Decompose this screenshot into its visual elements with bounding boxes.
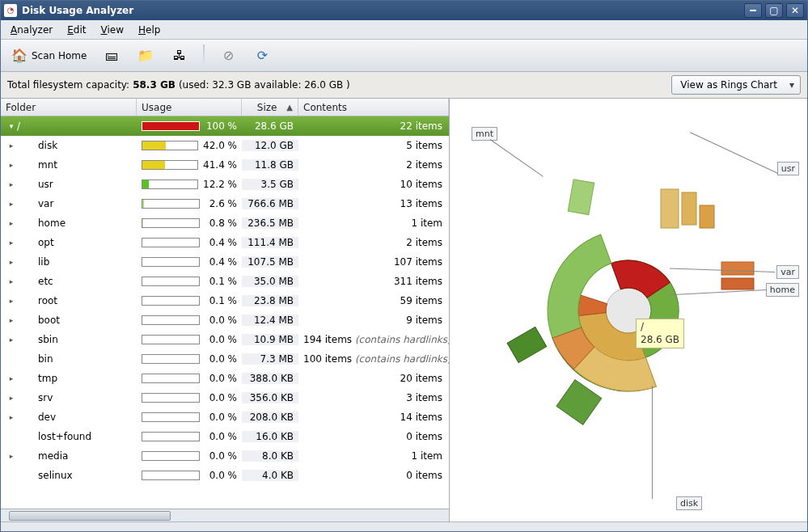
chart-pane[interactable]: mnt usr var home disk / 28.6 GB <box>450 99 807 521</box>
table-row[interactable]: bin0.0 %7.3 MB100 items (contains hardli… <box>1 349 449 369</box>
close-button[interactable]: ✕ <box>786 3 804 18</box>
folder-name: srv <box>38 392 53 403</box>
folder-name: sbin <box>38 334 58 345</box>
expander-icon[interactable]: ▸ <box>6 180 17 188</box>
content-area: Folder Usage Size ▲ Contents ▾/100 %28.6… <box>1 98 807 521</box>
size-value: 107.5 MB <box>242 256 298 268</box>
table-row[interactable]: ▸etc0.1 %35.0 MB311 items <box>1 272 449 291</box>
size-value: 208.0 KB <box>242 412 298 423</box>
view-mode-dropdown[interactable]: View as Rings Chart <box>671 75 801 95</box>
contents-value: 2 items <box>298 159 449 171</box>
usage-pct: 0.0 % <box>205 392 237 403</box>
expander-icon[interactable]: ▸ <box>6 258 17 266</box>
scrollbar-thumb[interactable] <box>9 511 171 521</box>
expander-icon[interactable]: ▸ <box>6 141 17 150</box>
menu-view[interactable]: View <box>94 23 129 37</box>
table-row[interactable]: ▸usr12.2 %3.5 GB10 items <box>1 175 449 194</box>
menu-help[interactable]: Help <box>132 23 167 37</box>
expander-icon[interactable]: ▸ <box>6 452 17 460</box>
table-row[interactable]: ▸lib0.4 %107.5 MB107 items <box>1 252 449 272</box>
table-row[interactable]: ▸home0.8 %236.5 MB1 item <box>1 213 449 233</box>
usage-pct: 0.0 % <box>205 470 237 481</box>
svg-rect-7 <box>721 278 754 289</box>
col-folder[interactable]: Folder <box>1 99 137 116</box>
table-row[interactable]: ▸var2.6 %766.6 MB13 items <box>1 194 449 213</box>
rings-chart[interactable] <box>483 165 774 456</box>
size-value: 12.0 GB <box>242 140 298 151</box>
usage-pct: 41.4 % <box>203 159 237 171</box>
scan-filesystem-button[interactable]: 🖴 <box>98 44 125 68</box>
col-contents[interactable]: Contents <box>298 99 449 116</box>
expander-icon[interactable]: ▸ <box>6 239 17 247</box>
table-row[interactable]: selinux0.0 %4.0 KB0 items <box>1 466 449 485</box>
table-row[interactable]: ▸media0.0 %8.0 KB1 item <box>1 446 449 466</box>
table-row[interactable]: ▸mnt41.4 %11.8 GB2 items <box>1 155 449 175</box>
expander-icon[interactable]: ▸ <box>6 394 17 402</box>
size-value: 11.8 GB <box>242 159 298 171</box>
expander-icon[interactable]: ▸ <box>6 316 17 324</box>
table-row[interactable]: lost+found0.0 %16.0 KB0 items <box>1 427 449 446</box>
contents-value: 10 items <box>298 179 449 190</box>
expander-icon[interactable]: ▸ <box>6 277 17 285</box>
size-value: 388.0 KB <box>242 373 298 384</box>
chart-label-mnt: mnt <box>472 127 497 141</box>
usage-pct: 42.0 % <box>203 140 237 151</box>
expander-icon[interactable]: ▸ <box>6 219 17 227</box>
expander-icon[interactable]: ▸ <box>6 336 17 344</box>
capacity-suffix: (used: 32.3 GB available: 26.0 GB ) <box>179 79 350 91</box>
table-row[interactable]: ▸tmp0.0 %388.0 KB20 items <box>1 369 449 388</box>
usage-pct: 0.0 % <box>205 353 237 365</box>
table-row[interactable]: ▸srv0.0 %356.0 KB3 items <box>1 388 449 407</box>
table-row[interactable]: ▸opt0.4 %111.4 MB2 items <box>1 233 449 252</box>
usage-pct: 0.0 % <box>205 412 237 423</box>
horizontal-scrollbar[interactable] <box>1 509 449 521</box>
col-size[interactable]: Size ▲ <box>242 99 298 116</box>
expander-icon[interactable]: ▸ <box>6 200 17 208</box>
scan-folder-button[interactable]: 📁 <box>132 44 159 68</box>
minimize-button[interactable]: ━ <box>744 3 762 18</box>
chart-label-var: var <box>776 265 799 279</box>
table-row[interactable]: ▸dev0.0 %208.0 KB14 items <box>1 407 449 427</box>
svg-rect-4 <box>682 192 696 225</box>
usage-bar <box>142 218 200 228</box>
table-row[interactable]: ▸root0.1 %23.8 MB59 items <box>1 291 449 310</box>
table-row[interactable]: ▸boot0.0 %12.4 MB9 items <box>1 310 449 330</box>
folder-name: mnt <box>38 159 57 171</box>
svg-rect-2 <box>568 179 594 214</box>
usage-pct: 0.4 % <box>205 256 237 268</box>
home-icon: 🏠 <box>11 47 28 65</box>
expander-icon[interactable]: ▸ <box>6 413 17 421</box>
expander-icon[interactable]: ▸ <box>6 374 17 382</box>
contents-value: 59 items <box>298 295 449 306</box>
usage-bar <box>142 354 200 364</box>
toolbar: 🏠 Scan Home 🖴 📁 🖧 ⊘ ⟳ <box>1 40 807 72</box>
refresh-button[interactable]: ⟳ <box>248 44 276 68</box>
menu-analyzer[interactable]: Analyzer <box>4 23 59 37</box>
titlebar[interactable]: ◔ Disk Usage Analyzer ━ ▢ ✕ <box>1 1 807 20</box>
expander-icon[interactable]: ▸ <box>6 297 17 305</box>
scan-home-button[interactable]: 🏠 Scan Home <box>6 44 91 68</box>
contents-value: 0 items <box>298 470 449 481</box>
contents-value: 3 items <box>298 392 449 403</box>
usage-bar <box>142 374 200 383</box>
window-controls: ━ ▢ ✕ <box>744 3 804 18</box>
maximize-button[interactable]: ▢ <box>765 3 783 18</box>
usage-pct: 0.1 % <box>205 276 237 287</box>
usage-bar <box>142 412 200 422</box>
scan-remote-button[interactable]: 🖧 <box>166 44 193 68</box>
stop-button[interactable]: ⊘ <box>214 44 242 68</box>
app-icon: ◔ <box>4 4 17 17</box>
expander-icon[interactable]: ▾ <box>6 122 17 130</box>
folder-name: bin <box>38 353 53 365</box>
col-usage[interactable]: Usage <box>137 99 242 116</box>
contents-value: 1 item <box>298 217 449 229</box>
statusbar <box>1 521 807 531</box>
table-row[interactable]: ▸disk42.0 %12.0 GB5 items <box>1 136 449 155</box>
table-row[interactable]: ▸sbin0.0 %10.9 MB194 items (contains har… <box>1 330 449 349</box>
usage-bar <box>142 451 200 461</box>
folder-name: selinux <box>38 470 73 481</box>
folder-name: tmp <box>38 373 57 384</box>
table-row[interactable]: ▾/100 %28.6 GB22 items <box>1 116 449 136</box>
expander-icon[interactable]: ▸ <box>6 161 17 169</box>
menu-edit[interactable]: Edit <box>61 23 92 37</box>
